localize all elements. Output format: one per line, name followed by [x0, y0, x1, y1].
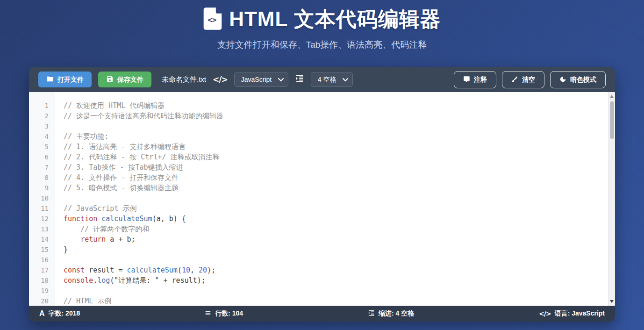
line-number: 11 [29, 203, 49, 214]
code-line: function calculateSum(a, b) { [64, 214, 615, 224]
code-line [64, 193, 615, 203]
indent-icon [368, 309, 375, 318]
editor-body: 1234567891011121314151617181920 // 欢迎使用 … [29, 92, 615, 306]
line-number: 1 [29, 100, 49, 111]
language-select-wrap: JavaScript [234, 72, 288, 87]
code-line [64, 255, 615, 265]
scrollbar-up-arrow[interactable] [608, 93, 615, 100]
indent-select-wrap: 4 空格 [311, 72, 353, 87]
clear-button[interactable]: 清空 [502, 71, 544, 88]
status-language: </> 语言: JavaScript [539, 309, 605, 318]
code-line: // 4. 文件操作 - 打开和保存文件 [64, 172, 615, 183]
code-line: // HTML 示例 [64, 296, 615, 306]
line-number: 2 [29, 111, 49, 121]
scrollbar-thumb[interactable] [610, 101, 614, 139]
line-number: 17 [29, 265, 49, 275]
line-number: 3 [29, 121, 49, 131]
code-editor[interactable]: // 欢迎使用 HTML 代码编辑器// 这是一个支持语法高亮和代码注释功能的编… [55, 92, 615, 306]
clear-label: 清空 [522, 76, 535, 83]
line-number: 6 [29, 152, 49, 162]
comment-label: 注释 [474, 76, 487, 83]
status-char-count: A 字数: 2018 [39, 309, 80, 318]
status-bar: A 字数: 2018 行数: 104 缩进: 4 空格 </> 语言: Java… [29, 306, 615, 322]
line-number: 12 [29, 214, 49, 224]
code-line: } [64, 244, 615, 255]
language-select[interactable]: JavaScript [234, 72, 288, 87]
editor-panel: 打开文件 保存文件 未命名文件.txt </> JavaScript [29, 67, 615, 322]
status-line-count: 行数: 104 [205, 309, 243, 318]
line-number: 4 [29, 131, 49, 142]
line-number: 10 [29, 193, 49, 203]
dark-mode-label: 暗色模式 [570, 76, 596, 83]
line-number: 19 [29, 286, 49, 296]
line-number: 16 [29, 255, 49, 265]
code-line: console.log("计算结果: " + result); [64, 275, 615, 286]
indent-select[interactable]: 4 空格 [311, 72, 353, 87]
code-line: const result = calculateSum(10, 20); [64, 265, 615, 275]
save-icon [106, 75, 114, 84]
page-header: <> HTML 文本代码编辑器 支持文件打开和保存、Tab操作、语法高亮、代码注… [0, 0, 644, 51]
line-number: 20 [29, 296, 49, 306]
save-file-label: 保存文件 [117, 76, 143, 83]
code-icon: </> [213, 75, 228, 84]
font-icon: A [39, 309, 45, 318]
folder-open-icon [46, 75, 54, 84]
dark-mode-button[interactable]: 暗色模式 [550, 71, 606, 88]
comment-bubble-icon [463, 76, 470, 84]
line-number: 5 [29, 142, 49, 152]
code-line: // 5. 暗色模式 - 切换编辑器主题 [64, 183, 615, 193]
page-title: HTML 文本代码编辑器 [229, 6, 441, 33]
indent-icon [295, 74, 304, 85]
code-line: // JavaScript 示例 [64, 203, 615, 214]
comment-button[interactable]: 注释 [454, 71, 496, 88]
open-file-label: 打开文件 [57, 76, 84, 83]
code-line: // 计算两个数字的和 [64, 224, 615, 234]
open-file-button[interactable]: 打开文件 [38, 72, 92, 87]
svg-text:<>: <> [208, 15, 216, 24]
line-number: 15 [29, 244, 49, 255]
line-number: 13 [29, 224, 49, 234]
code-icon: </> [539, 310, 551, 317]
code-line: return a + b; [64, 234, 615, 244]
lines-icon [205, 310, 211, 318]
code-line [64, 121, 615, 131]
line-number: 14 [29, 234, 49, 244]
line-number: 9 [29, 183, 49, 193]
code-line: // 欢迎使用 HTML 代码编辑器 [64, 100, 615, 111]
line-number: 7 [29, 162, 49, 172]
scrollbar[interactable] [608, 92, 615, 306]
filename-label: 未命名文件.txt [162, 75, 206, 84]
code-line: // 主要功能: [64, 131, 615, 142]
code-line [64, 286, 615, 296]
code-line: // 1. 语法高亮 - 支持多种编程语言 [64, 142, 615, 152]
code-line: // 2. 代码注释 - 按 Ctrl+/ 注释或取消注释 [64, 152, 615, 162]
save-file-button[interactable]: 保存文件 [98, 72, 151, 87]
html-file-icon: <> [203, 7, 222, 32]
line-number: 8 [29, 172, 49, 183]
code-line: // 这是一个支持语法高亮和代码注释功能的编辑器 [64, 111, 615, 121]
brush-icon [511, 76, 518, 84]
page-subtitle: 支持文件打开和保存、Tab操作、语法高亮、代码注释 [0, 39, 644, 51]
scrollbar-down-arrow[interactable] [608, 298, 615, 305]
status-indent: 缩进: 4 空格 [368, 309, 414, 318]
line-number: 18 [29, 275, 49, 286]
toolbar: 打开文件 保存文件 未命名文件.txt </> JavaScript [29, 67, 615, 92]
code-line: // 3. Tab操作 - 按Tab键插入缩进 [64, 162, 615, 172]
moon-icon [559, 76, 566, 84]
line-numbers-gutter: 1234567891011121314151617181920 [29, 92, 55, 306]
